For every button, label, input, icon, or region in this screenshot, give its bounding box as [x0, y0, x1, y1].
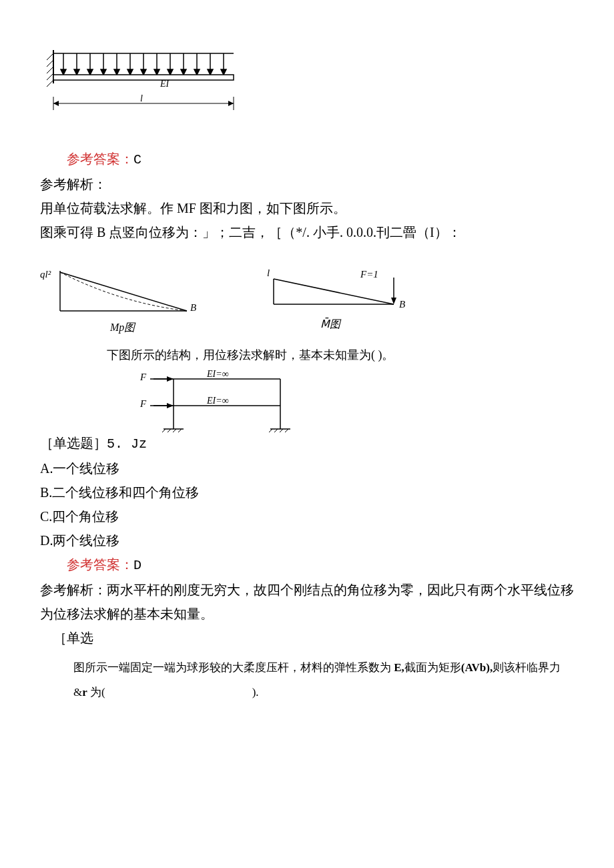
svg-text:F=1: F=1 [360, 269, 378, 280]
svg-line-3 [47, 67, 53, 73]
svg-marker-8 [61, 69, 66, 75]
answer-value: C [133, 152, 141, 167]
q6-line2: &r 为(). [40, 683, 574, 703]
svg-marker-37 [53, 101, 59, 106]
q4-analysis-line1: 用单位荷载法求解。作 MF 图和力图，如下图所示。 [40, 196, 574, 220]
svg-marker-32 [221, 69, 226, 75]
q6-line1: 图所示一端固定一端为球形较的大柔度压杆，材料的弹性系数为 E,截面为矩形(AVb… [40, 658, 574, 679]
svg-marker-16 [114, 69, 119, 75]
svg-line-49 [274, 279, 394, 304]
q4-answer-line: 参考答案：C [40, 147, 574, 172]
q4-analysis-line2: 图乘可得 B 点竖向位移为：」；二吉，［（*/. 小手. 0.0.0.刊二罾（I… [40, 220, 574, 244]
svg-marker-14 [101, 69, 106, 75]
svg-marker-28 [194, 69, 200, 75]
q5-option-b: B.二个线位移和四个角位移 [40, 480, 574, 504]
svg-marker-18 [127, 69, 133, 75]
svg-text:EI=∞: EI=∞ [206, 369, 229, 379]
svg-text:F: F [139, 372, 147, 382]
answer-label: 参考答案： [67, 151, 133, 166]
q6-prefix: ［单选 [40, 626, 574, 650]
svg-text:B: B [399, 299, 405, 310]
svg-line-42 [60, 272, 187, 311]
svg-marker-10 [74, 69, 79, 75]
svg-marker-70 [167, 376, 174, 382]
q4-analysis-label: 参考解析： [40, 172, 574, 196]
q5-figure: F F EI=∞ EI=∞ [40, 366, 574, 432]
figure-cantilever-beam: EI l [40, 47, 574, 120]
svg-text:l: l [267, 268, 270, 278]
q5-answer-line: 参考答案：D [40, 552, 574, 578]
q5-prefix: ［单选题］5. Jz [40, 432, 574, 456]
answer-label: 参考答案： [67, 557, 133, 572]
mp-diagram: ql² B Mp图 [40, 264, 214, 344]
moment-diagrams-row: ql² B Mp图 l F=1 B M̄图 [40, 264, 574, 344]
svg-marker-24 [168, 69, 173, 75]
svg-rect-33 [53, 75, 234, 80]
q5-analysis: 参考解析：两水平杆的刚度无穷大，故四个刚结点的角位移为零，因此只有两个水平线位移… [40, 578, 574, 626]
q5-option-c: C.四个角位移 [40, 504, 574, 528]
q5-option-a: A.一个线位移 [40, 456, 574, 480]
svg-marker-12 [87, 69, 93, 75]
svg-marker-22 [154, 69, 160, 75]
svg-line-1 [47, 53, 53, 60]
svg-marker-38 [228, 101, 234, 106]
mbar-diagram: l F=1 B M̄图 [254, 264, 427, 344]
svg-line-5 [47, 80, 53, 87]
q5-option-d: D.两个线位移 [40, 528, 574, 552]
svg-text:B: B [190, 302, 196, 313]
q5-stem: 下图所示的结构，用位移法求解时，基本未知量为( )。 [40, 344, 574, 366]
svg-text:M̄图: M̄图 [320, 318, 342, 330]
svg-text:Mp图: Mp图 [109, 322, 136, 334]
svg-marker-30 [208, 69, 213, 75]
svg-line-2 [47, 60, 53, 67]
svg-text:EI=∞: EI=∞ [206, 396, 229, 406]
svg-marker-20 [141, 69, 146, 75]
svg-text:ql²: ql² [40, 269, 51, 280]
svg-marker-51 [391, 298, 396, 304]
svg-marker-26 [181, 69, 186, 75]
beam-diagram-svg: EI l [40, 47, 240, 120]
svg-marker-73 [167, 403, 174, 408]
svg-text:F: F [139, 398, 147, 409]
svg-line-4 [47, 73, 53, 80]
beam-label-l: l [140, 93, 143, 103]
beam-label-EI: EI [160, 79, 170, 89]
answer-value: D [133, 558, 141, 573]
